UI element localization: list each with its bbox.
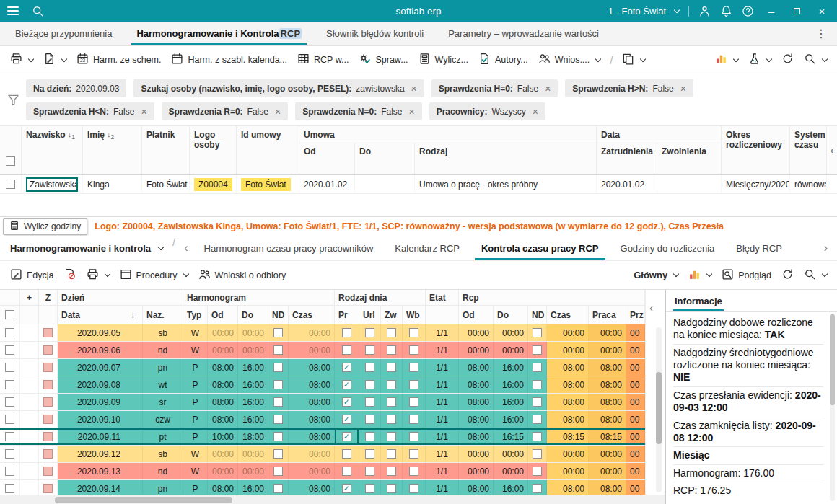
cell[interactable] [268, 359, 289, 376]
filter-chip[interactable]: Sprawdzenia H<N:False× [26, 102, 154, 120]
checkbox[interactable] [365, 467, 374, 476]
cell-zwolnienia[interactable] [657, 175, 722, 193]
checkbox[interactable] [409, 415, 418, 424]
tabs-scroll-left-icon[interactable]: ‹ [179, 236, 193, 260]
checkbox[interactable] [365, 449, 374, 459]
cell[interactable]: 16:00 [238, 411, 268, 428]
col-header-platnik[interactable]: Płatnik [142, 126, 190, 174]
select-all-checkbox[interactable] [6, 156, 15, 166]
sub-tab[interactable]: Błędy RCP [725, 236, 793, 260]
cell[interactable]: pt [143, 428, 183, 445]
col-header-zwolnienia[interactable]: Zwolnienia [657, 143, 722, 174]
cell[interactable]: 08:00 [289, 359, 335, 376]
cell[interactable] [268, 480, 289, 495]
cell[interactable] [403, 394, 426, 410]
col-group-z[interactable]: Z [39, 290, 58, 305]
chip-close-icon[interactable]: × [680, 84, 686, 94]
cell[interactable]: 2020.09.08 [58, 376, 143, 393]
user-icon[interactable] [698, 5, 711, 17]
filter-chip[interactable]: Na dzień:2020.09.03 [26, 79, 126, 97]
cell[interactable] [39, 411, 58, 428]
checkbox[interactable] [5, 432, 14, 441]
cell[interactable]: 08:00 [289, 428, 335, 445]
cell[interactable] [20, 359, 39, 376]
cell[interactable]: 08:00 [547, 480, 589, 495]
checkbox[interactable] [5, 328, 14, 337]
cell[interactable]: 16:00 [494, 359, 528, 376]
wylicz-godziny-button[interactable]: Wylicz godziny [3, 218, 87, 235]
cell[interactable]: 16:00 [238, 394, 268, 410]
cell[interactable]: P [183, 359, 208, 376]
cell[interactable] [403, 480, 426, 495]
cell[interactable]: 16:00 [494, 376, 528, 393]
cell[interactable]: 00 [626, 411, 645, 428]
filter-chip[interactable]: Szukaj osoby (nazwisko, imię, logo osoby… [133, 79, 424, 97]
cell[interactable]: ✓ [335, 359, 359, 376]
checkbox-checked[interactable]: ✓ [342, 415, 351, 424]
rcp-row[interactable]: 2020.09.11ptP10:0018:0008:00✓1/108:0016:… [0, 428, 645, 446]
delete-button[interactable] [60, 265, 81, 286]
search-grid-button[interactable] [799, 49, 831, 71]
view-selector[interactable]: Harmonogramowanie i kontrola [4, 236, 169, 260]
help-icon[interactable] [742, 5, 754, 17]
col-header-harm-nd[interactable]: ND [268, 306, 289, 324]
cell[interactable] [381, 342, 403, 358]
print-button[interactable] [82, 265, 114, 286]
cell[interactable]: 00:00 [547, 324, 589, 341]
cell-platnik[interactable]: Foto Świat [142, 175, 190, 193]
cell[interactable] [20, 376, 39, 393]
group-label[interactable]: Umowa [299, 126, 596, 143]
cell[interactable]: 08:00 [459, 411, 494, 428]
cell[interactable] [335, 342, 359, 358]
cell[interactable] [381, 428, 403, 445]
cell[interactable]: 08:00 [547, 359, 589, 376]
cell[interactable] [20, 324, 39, 341]
refresh-button[interactable] [777, 49, 798, 71]
checkbox-checked[interactable]: ✓ [342, 397, 351, 407]
cell[interactable]: 08:00 [459, 359, 494, 376]
cell[interactable]: 00:00 [459, 324, 494, 341]
cell[interactable] [403, 324, 426, 341]
checkbox[interactable] [365, 380, 374, 389]
cell[interactable]: 08:15 [547, 428, 589, 445]
chart-button[interactable] [684, 265, 716, 286]
cell[interactable]: ✓ [335, 394, 359, 410]
checkbox[interactable] [273, 467, 283, 476]
cell[interactable]: 08:00 [589, 376, 626, 393]
wylicz-button[interactable]: Wylicz... [414, 49, 473, 71]
col-header-rcp-nd[interactable]: ND [528, 306, 547, 324]
col-header-id-umowy[interactable]: Id umowy [237, 126, 299, 174]
col-header-naz[interactable]: Naz. [143, 306, 183, 324]
cell[interactable]: 08:00 [459, 394, 494, 410]
col-header-rcp-czas[interactable]: Czas [547, 306, 589, 324]
col-header-praca[interactable]: Praca [589, 306, 626, 324]
cell[interactable]: 08:00 [289, 394, 335, 410]
cell[interactable] [0, 428, 20, 445]
cell[interactable]: P [183, 394, 208, 410]
cell[interactable] [381, 394, 403, 410]
cell[interactable] [20, 428, 39, 445]
cell[interactable] [528, 428, 547, 445]
cell[interactable]: 00:00 [589, 446, 626, 462]
checkbox[interactable] [5, 397, 14, 407]
cell[interactable] [403, 376, 426, 393]
rcp-row[interactable]: 2020.09.09śrP08:0016:0008:00✓1/108:0016:… [0, 394, 645, 411]
cell[interactable] [0, 324, 20, 341]
print-button[interactable] [6, 49, 38, 71]
sub-tab[interactable]: Harmonogram czasu pracy pracowników [193, 236, 385, 260]
checkbox-checked[interactable]: ✓ [342, 380, 351, 389]
checkbox[interactable] [5, 345, 14, 355]
cell[interactable]: 16:15 [494, 428, 528, 445]
cell[interactable]: czw [143, 411, 183, 428]
cell[interactable] [39, 480, 58, 495]
main-tab[interactable]: Harmonogramowanie i Kontrola RCP [124, 22, 314, 45]
harm-z-szabl-button[interactable]: Harm. z szabl. kalenda... [167, 49, 292, 71]
cell[interactable]: 08:00 [589, 411, 626, 428]
checkbox[interactable] [342, 345, 351, 355]
checkbox[interactable] [365, 345, 374, 355]
minimize-button[interactable]: – [763, 5, 779, 17]
cell[interactable]: sb [143, 446, 183, 462]
cell[interactable]: wt [143, 376, 183, 393]
cell[interactable] [39, 342, 58, 358]
cell[interactable] [39, 463, 58, 479]
